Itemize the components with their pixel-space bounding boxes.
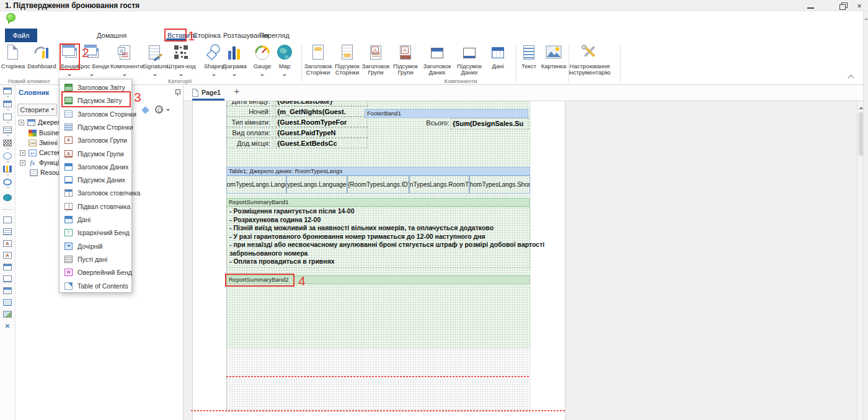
field-label[interactable]: Дата виїзду: [226, 101, 273, 106]
data-header-icon[interactable] [3, 264, 12, 270]
ribbon-button-cross-bands[interactable]: Крос Бенди [78, 43, 106, 78]
chevron-icon[interactable]: › [5, 187, 11, 192]
menu-item-hierarchical-band[interactable]: TІєрархічний Бенд [60, 226, 131, 239]
cross-bands-icon[interactable] [3, 101, 12, 107]
menu-item-report-title[interactable]: Заголовок Звіту [60, 81, 131, 94]
field-label[interactable]: Тип кімнати: [226, 117, 273, 127]
data-footer-icon[interactable] [3, 275, 12, 282]
group-header-icon[interactable]: A [3, 240, 12, 247]
field-value[interactable]: {Guest.ExtBedsCc [275, 138, 368, 148]
page-footer-icon[interactable] [3, 228, 12, 235]
barcode-icon[interactable] [3, 140, 12, 146]
pin-icon[interactable] [174, 89, 180, 96]
ribbon-button-page-header[interactable]: Заголовок Сторінки [303, 43, 334, 78]
ribbon-button-data-footer[interactable]: Підсумок Даних [454, 43, 485, 78]
add-page-button[interactable]: + [232, 86, 242, 96]
components-icon[interactable] [3, 114, 12, 120]
table-cell[interactable]: {RoomTypesLangs.ID} [347, 176, 409, 194]
chevron-down-icon[interactable] [166, 109, 170, 113]
menu-item-report-summary[interactable]: Підсумок Звіту [60, 94, 131, 107]
chevron-icon[interactable]: › [5, 122, 11, 127]
tab-page[interactable]: Сторінка [190, 29, 223, 42]
menu-item-table-of-contents[interactable]: Table of Contents [60, 279, 131, 292]
tab-home[interactable]: Домашня [94, 29, 129, 42]
table-cell[interactable]: omTypesLangs.Languag [226, 176, 286, 194]
chart-icon[interactable] [3, 166, 12, 172]
chevron-icon[interactable]: › [5, 96, 11, 101]
expander-icon[interactable]: + [20, 150, 25, 156]
ribbon-button-page-footer[interactable]: Підсумок Сторінки [332, 43, 363, 78]
data-band-icon[interactable] [3, 287, 12, 294]
ribbon-button-data[interactable]: Дані [484, 43, 512, 78]
map-globe-icon[interactable] [3, 194, 12, 201]
table-cell[interactable]: nTypesLangs.RoomTypeN [409, 176, 469, 194]
ribbon-button-page[interactable]: Сторінка [0, 43, 27, 78]
close-icon[interactable]: × [854, 2, 864, 10]
menu-item-page-header[interactable]: Заголовок Сторінки [60, 107, 131, 120]
tab-page1[interactable]: Page1 [191, 87, 226, 101]
footer-band-header[interactable]: FooterBand1 [365, 109, 528, 118]
chevron-icon[interactable]: › [5, 135, 11, 140]
ribbon-button-barcode[interactable]: Штрих-код [167, 43, 195, 78]
tools-icon[interactable]: ✕ [3, 323, 12, 329]
chevron-icon[interactable]: › [5, 148, 11, 153]
field-label[interactable]: Ночей: [226, 106, 273, 117]
ribbon-button-group-footer[interactable]: Підсумок Групи [390, 43, 421, 78]
menu-item-child[interactable]: Дочірній [60, 239, 131, 252]
field-value[interactable]: {Guest.LastDate} [275, 101, 368, 106]
report-summary-band1-header[interactable]: ReportSummaryBand1 [226, 198, 530, 207]
expander-icon[interactable]: + [20, 160, 25, 166]
total-value[interactable]: {Sum(DesignSales.Su [451, 118, 529, 130]
group-footer-icon[interactable]: A [3, 252, 12, 259]
text-icon[interactable] [3, 299, 12, 306]
minimize-icon[interactable] [806, 2, 816, 10]
field-value[interactable]: {m_GetNights(Guest. [275, 106, 368, 117]
field-value[interactable]: {Guest.PaidTypeN [275, 127, 368, 138]
ribbon-button-chart[interactable]: Діаграма [220, 43, 249, 78]
page-header-icon[interactable] [3, 217, 12, 223]
menu-item-overlay-band[interactable]: WОверлейний Бенд [60, 266, 131, 279]
menu-item-group-footer[interactable]: AПідсумок Групи [60, 147, 131, 160]
menu-item-column-header[interactable]: Заголовок стовпчика [60, 186, 131, 199]
menu-item-column-footer[interactable]: Підвал стовпчика [60, 200, 131, 213]
expander-icon[interactable]: + [19, 120, 24, 125]
chevron-icon[interactable]: › [5, 109, 11, 114]
summary-text-block[interactable]: - Розміщення гарантується після 14-00 - … [226, 207, 530, 268]
ribbon-button-data-header[interactable]: Заголовок Даних [422, 43, 453, 78]
create-button[interactable]: Створити [17, 104, 57, 116]
menu-item-empty-data[interactable]: Пусті дані [60, 252, 131, 266]
ribbon-button-dashboard[interactable]: Dashboard [27, 43, 56, 78]
field-label[interactable]: Дод.місця: [226, 138, 273, 148]
tab-view[interactable]: Перегляд [257, 29, 292, 42]
table-cell[interactable]: ypesLangs.LanguageISO [286, 176, 347, 194]
signature-icon[interactable] [3, 127, 12, 133]
menu-item-group-header[interactable]: AЗаголовок Групи [60, 133, 131, 146]
balloon-icon[interactable] [6, 13, 16, 22]
shapes-icon[interactable] [3, 153, 12, 159]
total-label[interactable]: Всього: [388, 118, 450, 128]
diamond-icon[interactable] [141, 106, 149, 114]
menu-item-data-footer[interactable]: Підсумок Даних [60, 173, 131, 186]
field-label[interactable]: Вид оплати: [226, 127, 273, 138]
gear-icon[interactable] [155, 105, 163, 114]
file-menu-button[interactable]: Файл [5, 29, 37, 42]
window-scrollbar[interactable] [863, 11, 868, 420]
menu-item-data-header[interactable]: Заголовок Даних [60, 160, 131, 173]
scroll-up-icon[interactable] [864, 16, 868, 20]
chevron-icon[interactable]: › [5, 161, 11, 166]
menu-item-page-footer[interactable]: Підсумок Сторінки [60, 120, 131, 133]
restore-icon[interactable] [838, 2, 848, 10]
table-cell[interactable]: homTypesLangs.Shorteni [469, 176, 530, 194]
ribbon-button-signature[interactable]: Signature [141, 43, 169, 78]
report-summary-band2-header[interactable]: ReportSummaryBand2 [226, 275, 530, 284]
menu-item-data[interactable]: Дані [60, 213, 131, 226]
table-band-header[interactable]: Table1; Джерело даних: RoomTypesLangs [226, 167, 530, 176]
gauge-icon[interactable] [3, 179, 12, 185]
field-value[interactable]: {Guest.RoomTypeFor [275, 117, 368, 127]
collapse-ribbon-icon[interactable] [848, 74, 854, 79]
bands-icon[interactable] [3, 87, 12, 94]
ribbon-button-group-header[interactable]: Заголовок Групи [360, 43, 391, 78]
ribbon-button-components[interactable]: Компоненти [110, 43, 139, 78]
picture-icon[interactable] [3, 311, 12, 318]
ribbon-button-map[interactable]: Map [270, 43, 299, 78]
